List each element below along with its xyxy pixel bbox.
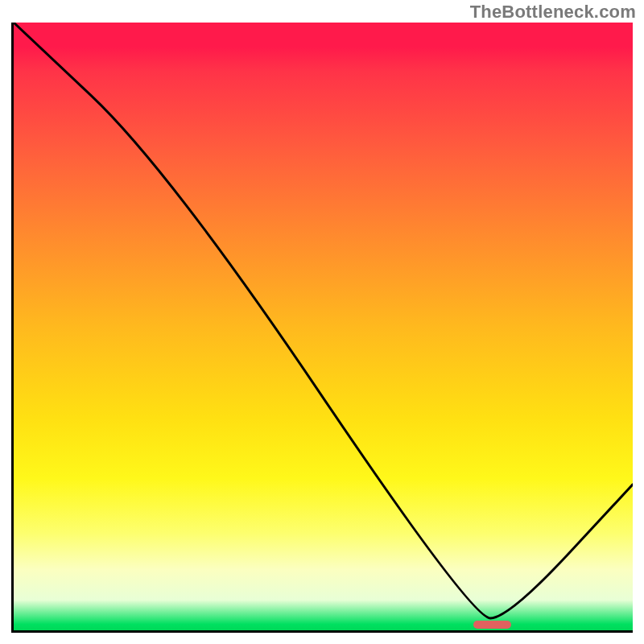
- curve-layer: [14, 23, 633, 630]
- plot-area: [11, 23, 633, 633]
- optimal-range-bar: [473, 621, 510, 629]
- bottleneck-curve-path: [14, 23, 633, 618]
- watermark-text: TheBottleneck.com: [470, 2, 636, 23]
- chart-frame: TheBottleneck.com: [0, 0, 644, 644]
